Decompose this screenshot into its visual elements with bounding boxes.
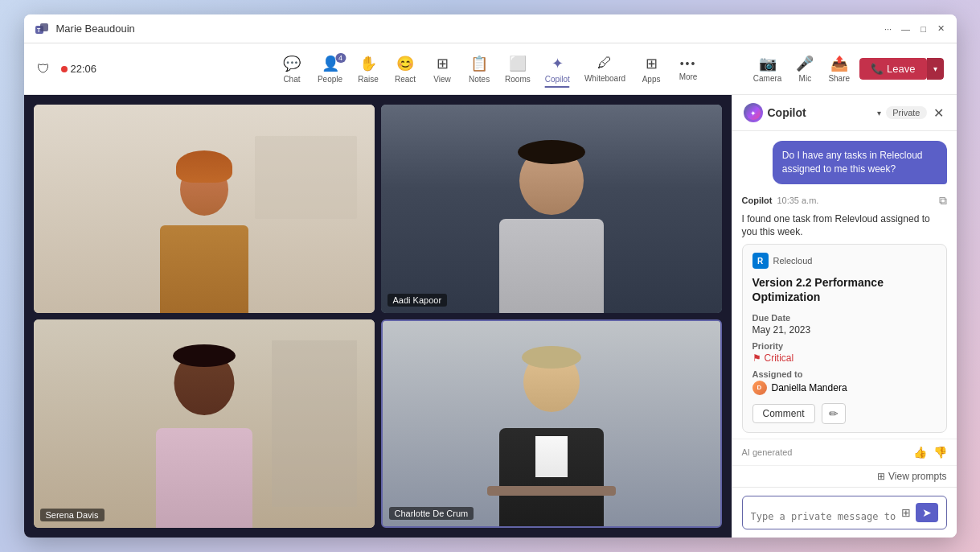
toolbar-rooms[interactable]: ⬜ Rooms [498,51,537,87]
thumbs-up-icon[interactable]: 👍 [913,446,927,459]
minimize-button[interactable]: — [900,23,912,35]
copilot-panel-header: ✦ Copilot ▾ Private ✕ [732,95,957,131]
copy-icon[interactable]: ⧉ [939,194,947,208]
copilot-message-block: Copilot 10:35 a.m. ⧉ I found one task fr… [742,194,947,433]
toolbar-more[interactable]: ••• More [670,54,706,84]
recording-dot [61,66,68,72]
copilot-logo-icon: ✦ [744,103,763,122]
chat-icon: 💬 [283,55,301,72]
chat-input-field[interactable] [751,511,896,522]
toolbar-left: 🛡 22:06 [24,62,97,76]
main-content: Aadi Kapoor Serena Davis [24,95,957,538]
toolbar-raise[interactable]: ✋ Raise [351,51,386,87]
rooms-icon: ⬜ [509,55,527,72]
raise-icon: ✋ [359,55,377,72]
recording-time: 22:06 [71,63,97,75]
copilot-messages: Do I have any tasks in Relecloud assigne… [732,131,957,439]
attach-icon[interactable]: ⊞ [901,506,911,519]
toolbar-copilot[interactable]: ✦ Copilot [539,51,576,87]
video-cell-p1 [34,105,375,313]
teams-window: T Marie Beaudouin ··· — □ ✕ 🛡 22:06 💬 Ch… [24,14,957,538]
copilot-dropdown-button[interactable]: ▾ [877,109,881,117]
edit-button[interactable]: ✏ [822,403,846,424]
camera-button[interactable]: 📷 Camera [748,51,787,86]
name-tag-serena: Serena Davis [40,509,105,521]
task-due-date-field: Due Date May 21, 2023 [752,313,937,336]
copilot-title: Copilot [768,106,873,119]
people-badge: 4 [335,53,346,63]
priority-value: ⚑ Critical [752,352,937,364]
toolbar: 🛡 22:06 💬 Chat 👤 People 4 ✋ Raise 😊 [24,43,957,95]
due-date-value: May 21, 2023 [752,324,937,336]
chat-input-box: ⊞ ➤ [742,496,947,529]
chat-label: Chat [283,75,300,84]
toolbar-view[interactable]: ⊞ View [424,51,460,87]
toolbar-whiteboard[interactable]: 🖊 Whiteboard [578,51,632,86]
copilot-message-time: 10:35 a.m. [777,196,818,205]
user-message: Do I have any tasks in Relecloud assigne… [773,141,947,184]
private-badge: Private [886,106,926,119]
window-title: Marie Beaudouin [56,23,883,35]
view-prompts-button[interactable]: ⊞ View prompts [877,471,946,482]
toolbar-right: 📷 Camera 🎤 Mic 📤 Share 📞 Leave ▾ [748,51,957,86]
relecloud-name: Relecloud [773,256,813,266]
toolbar-people[interactable]: 👤 People 4 [311,51,349,87]
copilot-icon: ✦ [552,55,564,72]
view-label: View [433,75,451,84]
copilot-sender-name: Copilot [742,196,773,205]
more-icon: ••• [680,57,697,70]
send-button[interactable]: ➤ [916,503,938,522]
mic-button[interactable]: 🎤 Mic [791,51,818,86]
assigned-label: Assigned to [752,369,937,379]
raise-label: Raise [358,75,379,84]
toolbar-apps[interactable]: ⊞ Apps [634,51,669,87]
mic-icon: 🎤 [796,55,814,72]
name-tag-aadi: Aadi Kapoor [387,294,448,307]
more-label: More [679,72,698,81]
assignee-avatar: D [752,381,767,395]
video-cell-p2: Aadi Kapoor [381,105,722,313]
comment-button[interactable]: Comment [752,404,815,423]
toolbar-center: 💬 Chat 👤 People 4 ✋ Raise 😊 React ⊞ View [274,51,706,87]
people-label: People [318,75,342,84]
video-cell-p4: Charlotte De Crum [381,319,722,528]
svg-text:✦: ✦ [750,109,757,117]
assigned-to-value: D Daniella Mandera [752,381,937,395]
leave-dropdown-button[interactable]: ▾ [927,58,944,80]
video-grid: Aadi Kapoor Serena Davis [24,95,732,538]
task-title: Version 2.2 Performance Optimization [752,275,937,304]
svg-text:T: T [37,27,41,33]
video-cell-p3: Serena Davis [34,319,375,528]
window-controls: ··· — □ ✕ [883,23,947,35]
toolbar-react[interactable]: 😊 React [387,51,423,87]
camera-label: Camera [753,74,782,83]
shield-icon: 🛡 [37,62,50,76]
ai-generated-label: AI generated [742,447,793,457]
task-assigned-field: Assigned to D Daniella Mandera [752,369,937,395]
chat-input-icons: ⊞ ➤ [901,503,938,522]
copilot-label: Copilot [545,75,570,84]
copilot-meta: Copilot 10:35 a.m. ⧉ [742,194,947,208]
priority-label: Priority [752,341,937,351]
close-button[interactable]: ✕ [936,23,947,35]
feedback-icons: 👍 👎 [913,446,947,459]
task-card: R Relecloud Version 2.2 Performance Opti… [742,244,947,432]
toolbar-notes[interactable]: 📋 Notes [461,51,497,87]
more-options-button[interactable]: ··· [883,23,894,35]
copilot-close-button[interactable]: ✕ [932,104,945,122]
share-icon: 📤 [830,55,848,72]
leave-button[interactable]: 📞 Leave [859,58,926,80]
copilot-panel: ✦ Copilot ▾ Private ✕ Do I have any task… [732,95,957,538]
priority-flag-icon: ⚑ [752,352,761,364]
toolbar-chat[interactable]: 💬 Chat [274,51,310,87]
notes-icon: 📋 [470,55,488,72]
svg-rect-1 [40,23,48,31]
share-button[interactable]: 📤 Share [823,51,855,86]
title-bar: T Marie Beaudouin ··· — □ ✕ [24,14,957,43]
thumbs-down-icon[interactable]: 👎 [933,446,947,459]
due-date-label: Due Date [752,313,937,323]
apps-icon: ⊞ [646,55,658,72]
apps-label: Apps [642,75,661,84]
maximize-button[interactable]: □ [918,23,929,35]
react-label: React [395,75,416,84]
